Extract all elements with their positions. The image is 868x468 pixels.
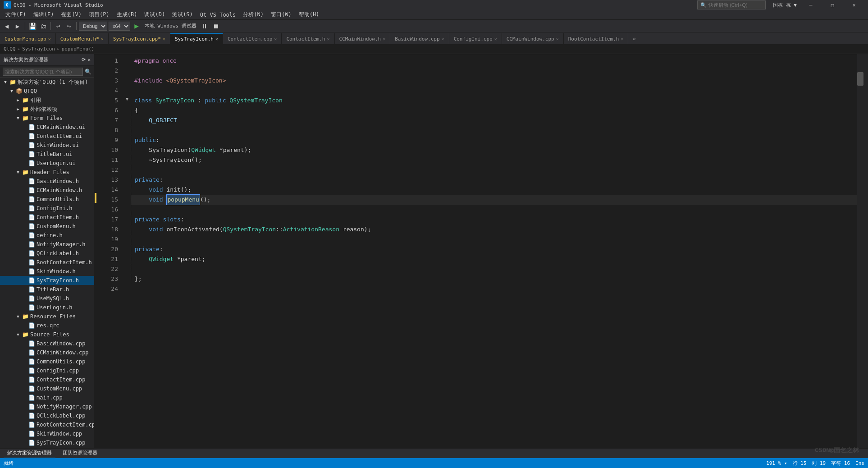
tree-item-main-cpp[interactable]: 📄main.cpp [0,393,94,402]
gutter-row[interactable] [95,104,104,114]
code-line[interactable]: private: [131,175,857,185]
tree-item-contactitem-cpp[interactable]: 📄ContactItem.cpp [0,375,94,384]
code-line[interactable]: void onIconActivated(QSystemTrayIcon::Ac… [131,225,857,234]
debug-mode-select[interactable]: Debug [79,22,107,31]
tree-item---[interactable]: ▶📁引用 [0,96,94,105]
gutter-row[interactable] [95,54,104,64]
tree-item-ccmainwindow-h[interactable]: 📄CCMainWindow.h [0,186,94,195]
code-line[interactable] [131,165,857,175]
tree-item------[interactable]: ▶📁外部依赖项 [0,105,94,114]
gutter-row[interactable] [95,193,96,203]
minimize-button[interactable]: ─ [800,0,821,10]
tree-item-qclicklabel-h[interactable]: 📄QClickLabel.h [0,249,94,258]
vertical-scrollbar[interactable] [857,54,863,448]
tree-item-titlebar-h[interactable]: 📄TitleBar.h [0,285,94,294]
tree-item-userlogin-ui[interactable]: 📄UserLogin.ui [0,159,94,168]
tab-custommenu-cpp[interactable]: CustomMenu.cpp ✕ [0,33,56,44]
sidebar-sync-icon[interactable]: ⟳ [82,57,86,63]
tree-item-skinwindow-cpp[interactable]: 📄SkinWindow.cpp [0,429,94,438]
tab-add-button[interactable]: » [628,33,640,44]
gutter-row[interactable] [95,133,104,143]
tab-ccmainwindow-h[interactable]: CCMainWindow.h ✕ [335,33,391,44]
menu-item-生成b[interactable]: 生成(B) [113,10,141,20]
menu-item-文件f[interactable]: 文件(F) [2,10,30,20]
tree-item-userlogin-h[interactable]: 📄UserLogin.h [0,303,94,312]
code-line[interactable]: ~SysTrayIcon(); [131,155,857,165]
tree-item-systrayicon-h[interactable]: 📄SysTrayIcon.h [0,276,94,285]
code-line[interactable] [131,264,857,274]
gutter-row[interactable] [95,173,104,183]
toolbar-save-btn[interactable]: 💾 [27,21,37,31]
tab-systrayicon-h[interactable]: SysTrayIcon.h ✕ [170,33,223,44]
tab-close-icon[interactable]: ✕ [383,37,385,41]
breadcrumb-file[interactable]: SysTrayIcon [22,46,55,52]
code-line[interactable]: void popupMenu(); [131,195,857,205]
tree-item-rootcontactitem-cpp[interactable]: 📄RootContactItem.cpp [0,420,94,429]
tree-item-configini-cpp[interactable]: 📄ConfigIni.cpp [0,366,94,375]
status-zoom[interactable]: 191 % ▾ [766,460,787,466]
tree-item-commonutils-cpp[interactable]: 📄CommonUtils.cpp [0,357,94,366]
tree-item-form-files[interactable]: ▼📁Form Files [0,114,94,123]
code-line[interactable]: class SysTrayIcon : public QSystemTrayIc… [131,96,857,106]
run-button[interactable]: ▶ [132,21,142,31]
tab-close-icon[interactable]: ✕ [327,37,329,41]
tree-item-ccmainwindow-cpp[interactable]: 📄CCMainWindow.cpp [0,348,94,357]
gutter-row[interactable] [95,282,104,292]
gutter-row[interactable] [95,74,104,84]
code-line[interactable]: QWidget *parent; [131,254,857,264]
code-line[interactable]: }; [131,274,857,284]
toolbar-back-btn[interactable]: ◀ [2,21,12,31]
code-line[interactable]: void init(); [131,185,857,195]
fold-indicator[interactable]: ▼ [123,94,131,104]
tree-item-skinwindow-h[interactable]: 📄SkinWindow.h [0,267,94,276]
tree-item-usemysql-h[interactable]: 📄UseMySQL.h [0,294,94,303]
gutter-row[interactable] [95,262,104,272]
tree-item-contactitem-h[interactable]: 📄ContactItem.h [0,213,94,222]
tab-close-icon[interactable]: ✕ [556,37,559,41]
code-line[interactable]: #pragma once [131,56,857,66]
gutter-row[interactable] [95,143,104,153]
tab-close-icon[interactable]: ✕ [621,37,623,41]
code-line[interactable]: private slots: [131,215,857,225]
code-editor[interactable]: #pragma once #include <QSystemTrayIcon> … [131,54,857,448]
menu-item-项目p[interactable]: 项目(P) [85,10,113,20]
toolbar-saveall-btn[interactable]: 🗂 [38,21,48,31]
code-line[interactable] [131,125,857,135]
tree-item-resource-files[interactable]: ▼📁Resource Files [0,312,94,321]
code-line[interactable] [131,284,857,294]
tree-item-source-files[interactable]: ▼📁Source Files [0,330,94,339]
menu-item-编辑e[interactable]: 编辑(E) [30,10,58,20]
menu-item-视图v[interactable]: 视图(V) [57,10,85,20]
tab-close-icon[interactable]: ✕ [442,37,444,41]
code-line[interactable] [131,205,857,215]
toolbar-debug-btn2[interactable]: ⏹ [211,21,221,31]
menu-item-qt vs tools[interactable]: Qt VS Tools [196,10,239,20]
gutter-row[interactable] [95,183,104,193]
tree-item-qclicklabel-cpp[interactable]: 📄QClickLabel.cpp [0,411,94,420]
tree-item-basicwindow-h[interactable]: 📄BasicWindow.h [0,177,94,186]
tab-ccmainwindow-cpp[interactable]: CCMainWindow.cpp ✕ [502,33,564,44]
close-button[interactable]: ✕ [844,0,864,10]
tab-configini-cpp[interactable]: ConfigIni.cpp ✕ [449,33,502,44]
bottom-tab-team-explorer[interactable]: 团队资源管理器 [59,449,101,459]
tab-close-icon[interactable]: ✕ [101,37,104,41]
sidebar-search-icon[interactable]: 🔍 [85,69,91,75]
tab-close-icon[interactable]: ✕ [48,37,51,41]
tree-item-res-qrc[interactable]: 📄res.qrc [0,321,94,330]
menu-item-分析n[interactable]: 分析(N) [239,10,267,20]
menu-item-帮助h[interactable]: 帮助(H) [295,10,323,20]
maximize-button[interactable]: □ [822,0,843,10]
sidebar-search-input[interactable] [3,68,83,76]
menu-item-调试d[interactable]: 调试(D) [141,10,169,20]
tree-item-custommenu-cpp[interactable]: 📄CustomMenu.cpp [0,384,94,393]
gutter-row[interactable] [95,272,104,282]
bottom-tab-solution-explorer[interactable]: 解决方案资源管理器 [4,449,55,459]
tree-item-titlebar-ui[interactable]: 📄TitleBar.ui [0,150,94,159]
code-line[interactable]: SysTrayIcon(QWidget *parent); [131,145,857,155]
tree-item-rootcontactitem-h[interactable]: 📄RootContactItem.h [0,258,94,267]
code-line[interactable] [131,66,857,76]
code-line[interactable]: private: [131,244,857,254]
gutter-row[interactable] [95,153,104,163]
tree-item-notifymanager-h[interactable]: 📄NotifyManager.h [0,240,94,249]
gutter-row[interactable] [95,233,104,243]
